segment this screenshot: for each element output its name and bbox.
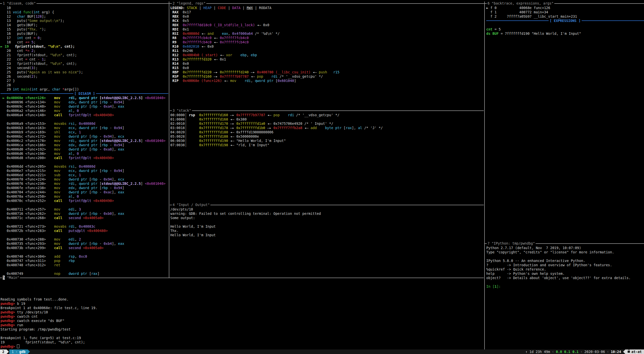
window-tab-gdb[interactable]: 1 › gdb	[9, 349, 28, 354]
terminal-line: 03:0018│ 0x7fffffffd178 —▸ 0x7fffffffd1b…	[170, 126, 383, 130]
text-segment	[60, 96, 69, 100]
text-segment: char	[17, 14, 25, 18]
text-segment: mov	[54, 96, 60, 100]
text-segment: 25 puts(	[1, 70, 27, 74]
text-segment: call	[54, 199, 62, 203]
terminal-line	[1, 284, 98, 289]
text-segment: tty /dev/pts/10	[17, 310, 48, 314]
text-segment: mov	[54, 212, 60, 216]
text-segment	[60, 104, 69, 108]
terminal-line: RBP 0x7fffffffd220 —▸ 0x7fffffffd240 —▸ …	[170, 70, 339, 74]
text-segment: ;	[44, 57, 46, 61]
terminal-line: 0x4006d0 <func+192> mov dword ptr [rbp -…	[1, 147, 166, 152]
terminal-line: 0x400716 <func+262> mov dword ptr [rbp -…	[1, 212, 166, 216]
tmux-status-bar: 2 1 › gdb ↑ 1d 23h 49m ‹ 0.0 0.1 0.1 ‹ 2…	[0, 349, 644, 354]
terminal-line: help -> Python's own help system.	[486, 272, 631, 276]
text-segment: RAX	[170, 10, 179, 14]
text-segment: pop	[273, 113, 280, 117]
terminal-line	[1, 293, 98, 297]
text-segment: eax	[118, 212, 124, 216]
terminal-line: 0x4006e7 <func+215> mov ecx, dword ptr […	[1, 169, 166, 173]
text-segment: mov	[54, 139, 60, 143]
text-segment: argv[])	[65, 87, 79, 91]
pane-ipython[interactable]: Python 2.7.17 (default, Nov 7 2019, 10:0…	[486, 246, 631, 289]
text-segment: "%d\n"	[50, 53, 62, 57]
text-segment: ◂—	[212, 36, 220, 40]
text-segment: 0x4004b0 (_start)	[183, 53, 218, 57]
terminal-line: pwndbg> b 19	[1, 302, 98, 306]
text-segment: [	[98, 96, 102, 100]
text-segment: 128	[36, 14, 42, 18]
text-segment: ],	[112, 147, 118, 151]
text-segment	[60, 212, 69, 216]
pane-input-output[interactable]: /dev/pts/10warning: GDB: Failed to set c…	[170, 207, 321, 237]
text-segment: help -> Python's own help system.	[486, 272, 565, 276]
pane-registers[interactable]: LEGEND: STACK | HEAP | CODE | DATA | RWX…	[170, 6, 339, 83]
text-segment: eax	[222, 32, 228, 36]
text-segment: Type "copyright", "credits" or "license"…	[486, 250, 614, 254]
text-segment: -	[108, 100, 114, 104]
text-segment: 0x0	[179, 62, 189, 66]
pane-main-gdb[interactable]: Reading symbols from test...done.pwndbg>…	[1, 280, 98, 349]
text-segment: <0x601040>	[145, 96, 166, 100]
text-segment	[67, 122, 69, 126]
text-segment: ,	[75, 182, 79, 186]
text-segment: 5	[31, 40, 34, 44]
text-segment: —▸	[212, 70, 220, 74]
text-segment: ecx	[69, 173, 75, 177]
text-segment: = 5	[493, 27, 501, 31]
text-segment: 0x7ffff7b97787	[236, 113, 265, 117]
terminal-line	[486, 280, 631, 284]
text-segment: ];	[42, 14, 46, 18]
text-segment: -	[98, 190, 104, 194]
text-segment: | RODATA	[253, 6, 271, 10]
text-segment: call	[54, 229, 62, 233]
pane-backtrace[interactable]: ► f 0 40068e func+126 f 1 400772 main+34…	[486, 6, 577, 19]
session-badge[interactable]: 2	[0, 349, 7, 354]
pane-expressions[interactable]: cnt = 5ds BUF = 7fffffffd190 "Hello Worl…	[486, 27, 581, 36]
text-segment: 22 cnt	[1, 57, 25, 61]
text-segment: shl	[54, 130, 60, 134]
terminal-line: 0x4006fe <func+238> mov edx, dword ptr […	[1, 186, 166, 190]
text-segment: main	[21, 87, 29, 91]
terminal-line: ds BUF = 7fffffffd190 "Hello World, I'm …	[486, 32, 581, 36]
text-segment	[280, 113, 288, 117]
text-segment: R9	[170, 40, 177, 44]
status-time: 10:24	[611, 350, 621, 354]
text-segment: rbp	[102, 126, 108, 130]
text-segment: b 19	[17, 302, 25, 306]
powerline-arrow-icon	[623, 349, 625, 354]
text-segment: pwndbg>	[1, 314, 17, 318]
text-segment: 0x7fffffffd178	[199, 126, 228, 130]
text-segment: "%d\n"	[48, 44, 60, 48]
text-segment: ◂— "rld, I'm Input"	[228, 143, 269, 147]
text-segment	[62, 229, 69, 233]
text-segment: call	[54, 113, 62, 117]
terminal-line: f 2 7ffff7a05b97 __libc_start_main+231	[486, 14, 577, 19]
text-segment: ],	[112, 134, 118, 138]
pane-stack[interactable]: 00:0000│ rsp 0x7fffffffd160 —▸ 0x7ffff7b…	[170, 113, 383, 147]
text-segment: xor	[226, 53, 232, 57]
text-segment: sub	[54, 173, 60, 177]
text-segment: puts@plt	[69, 229, 85, 233]
terminal-line: R10 0x602010 ◂— 0x0	[170, 44, 339, 49]
text-segment: 0xac	[104, 190, 112, 194]
terminal-line: 0x40070c <func+252> call fprintf@plt <0x…	[1, 199, 166, 203]
text-segment: 13 puts(	[1, 19, 27, 23]
text-segment	[60, 126, 69, 130]
text-segment: ,	[75, 139, 79, 143]
text-segment: qword ptr	[79, 96, 98, 100]
text-segment	[60, 182, 69, 186]
text-segment: 0x4006a4 <func+148>	[1, 113, 54, 117]
text-segment: 0x602010	[183, 44, 199, 48]
text-segment: qword ptr	[79, 139, 98, 143]
text-segment: );	[60, 19, 64, 23]
text-segment: ;	[34, 40, 36, 44]
text-segment: fprintf(stdout,	[9, 44, 48, 48]
pane-source-code[interactable]: 10 11 void func(int arg) { 12 char BUF[1…	[1, 6, 83, 92]
text-segment: -	[108, 186, 114, 190]
pane-disassembly[interactable]: ► 0x40068e <func+126> mov rdi, qword ptr…	[1, 96, 166, 276]
text-segment: RSI	[170, 32, 179, 36]
terminal-line	[486, 254, 631, 259]
text-segment: ,	[251, 79, 255, 83]
